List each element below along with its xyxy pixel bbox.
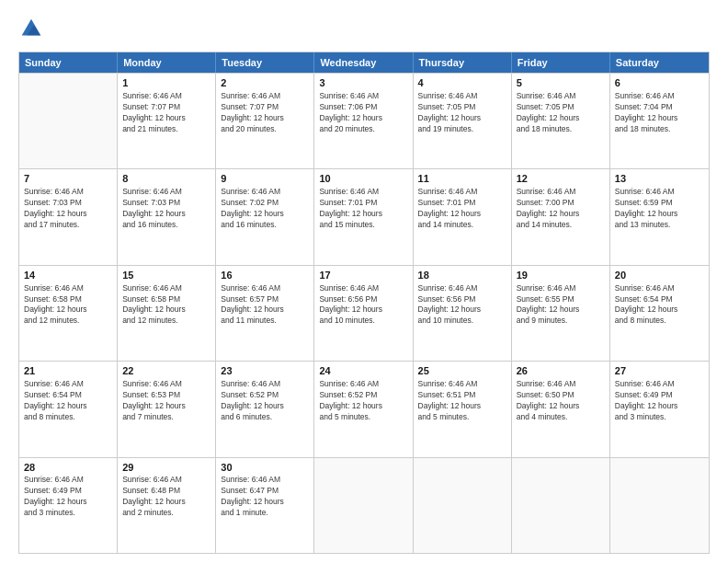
cell-info: Sunrise: 6:46 AM Sunset: 7:07 PM Dayligh… xyxy=(122,91,210,135)
calendar-header: SundayMondayTuesdayWednesdayThursdayFrid… xyxy=(19,52,709,73)
cell-info: Sunrise: 6:46 AM Sunset: 6:56 PM Dayligh… xyxy=(418,283,506,327)
day-number: 27 xyxy=(615,364,704,378)
day-number: 8 xyxy=(122,172,210,186)
weekday-header: Monday xyxy=(118,52,216,73)
calendar-cell: 11Sunrise: 6:46 AM Sunset: 7:01 PM Dayli… xyxy=(414,169,512,264)
day-number: 24 xyxy=(319,364,407,378)
day-number: 21 xyxy=(24,364,112,378)
calendar-cell: 28Sunrise: 6:46 AM Sunset: 6:49 PM Dayli… xyxy=(19,458,118,553)
day-number: 16 xyxy=(221,269,309,282)
day-number: 5 xyxy=(517,76,605,90)
calendar-cell: 25Sunrise: 6:46 AM Sunset: 6:51 PM Dayli… xyxy=(414,362,512,456)
day-number: 20 xyxy=(615,269,704,282)
calendar-cell: 30Sunrise: 6:46 AM Sunset: 6:47 PM Dayli… xyxy=(216,458,314,553)
calendar-cell: 22Sunrise: 6:46 AM Sunset: 6:53 PM Dayli… xyxy=(118,362,216,456)
day-number: 2 xyxy=(221,76,309,90)
day-number: 18 xyxy=(418,269,506,282)
day-number: 17 xyxy=(319,269,407,282)
cell-info: Sunrise: 6:46 AM Sunset: 6:49 PM Dayligh… xyxy=(615,379,704,423)
calendar-row: 14Sunrise: 6:46 AM Sunset: 6:58 PM Dayli… xyxy=(19,265,709,361)
cell-info: Sunrise: 6:46 AM Sunset: 6:48 PM Dayligh… xyxy=(122,475,210,519)
calendar-cell: 23Sunrise: 6:46 AM Sunset: 6:52 PM Dayli… xyxy=(216,362,314,456)
cell-info: Sunrise: 6:46 AM Sunset: 7:03 PM Dayligh… xyxy=(122,187,210,231)
cell-info: Sunrise: 6:46 AM Sunset: 6:49 PM Dayligh… xyxy=(24,475,112,519)
calendar-cell: 3Sunrise: 6:46 AM Sunset: 7:06 PM Daylig… xyxy=(314,74,413,168)
cell-info: Sunrise: 6:46 AM Sunset: 7:06 PM Dayligh… xyxy=(319,91,407,135)
day-number: 15 xyxy=(122,269,210,282)
cell-info: Sunrise: 6:46 AM Sunset: 7:00 PM Dayligh… xyxy=(517,187,605,231)
cell-info: Sunrise: 6:46 AM Sunset: 7:03 PM Dayligh… xyxy=(24,187,112,231)
page: SundayMondayTuesdayWednesdayThursdayFrid… xyxy=(0,0,728,563)
calendar-cell xyxy=(512,458,610,553)
calendar-cell: 9Sunrise: 6:46 AM Sunset: 7:02 PM Daylig… xyxy=(216,169,314,264)
calendar-cell: 13Sunrise: 6:46 AM Sunset: 6:59 PM Dayli… xyxy=(610,169,709,264)
cell-info: Sunrise: 6:46 AM Sunset: 6:51 PM Dayligh… xyxy=(418,379,506,423)
cell-info: Sunrise: 6:46 AM Sunset: 6:59 PM Dayligh… xyxy=(615,187,704,231)
cell-info: Sunrise: 6:46 AM Sunset: 6:54 PM Dayligh… xyxy=(615,283,704,327)
cell-info: Sunrise: 6:46 AM Sunset: 7:01 PM Dayligh… xyxy=(418,187,506,231)
calendar-cell: 27Sunrise: 6:46 AM Sunset: 6:49 PM Dayli… xyxy=(610,362,709,456)
calendar-row: 7Sunrise: 6:46 AM Sunset: 7:03 PM Daylig… xyxy=(19,168,709,264)
logo-icon xyxy=(18,17,44,42)
calendar-cell: 5Sunrise: 6:46 AM Sunset: 7:05 PM Daylig… xyxy=(512,74,610,168)
day-number: 26 xyxy=(517,364,605,378)
weekday-header: Friday xyxy=(512,52,610,73)
calendar-cell xyxy=(19,74,118,168)
calendar-cell: 16Sunrise: 6:46 AM Sunset: 6:57 PM Dayli… xyxy=(216,266,314,361)
calendar-cell: 4Sunrise: 6:46 AM Sunset: 7:05 PM Daylig… xyxy=(414,74,512,168)
day-number: 4 xyxy=(418,76,506,90)
cell-info: Sunrise: 6:46 AM Sunset: 6:56 PM Dayligh… xyxy=(319,283,407,327)
weekday-header: Thursday xyxy=(414,52,512,73)
cell-info: Sunrise: 6:46 AM Sunset: 7:01 PM Dayligh… xyxy=(319,187,407,231)
day-number: 13 xyxy=(615,172,704,186)
day-number: 22 xyxy=(122,364,210,378)
cell-info: Sunrise: 6:46 AM Sunset: 6:50 PM Dayligh… xyxy=(517,379,605,423)
weekday-header: Sunday xyxy=(19,52,118,73)
calendar-cell xyxy=(610,458,709,553)
day-number: 29 xyxy=(122,461,210,475)
calendar-cell: 20Sunrise: 6:46 AM Sunset: 6:54 PM Dayli… xyxy=(610,266,709,361)
cell-info: Sunrise: 6:46 AM Sunset: 6:47 PM Dayligh… xyxy=(221,475,309,519)
calendar-cell: 12Sunrise: 6:46 AM Sunset: 7:00 PM Dayli… xyxy=(512,169,610,264)
calendar-cell: 7Sunrise: 6:46 AM Sunset: 7:03 PM Daylig… xyxy=(19,169,118,264)
calendar-cell xyxy=(314,458,413,553)
calendar-cell: 15Sunrise: 6:46 AM Sunset: 6:58 PM Dayli… xyxy=(118,266,216,361)
header xyxy=(18,17,710,42)
cell-info: Sunrise: 6:46 AM Sunset: 6:52 PM Dayligh… xyxy=(221,379,309,423)
logo xyxy=(18,17,48,42)
day-number: 30 xyxy=(221,461,309,475)
calendar-cell: 26Sunrise: 6:46 AM Sunset: 6:50 PM Dayli… xyxy=(512,362,610,456)
cell-info: Sunrise: 6:46 AM Sunset: 6:58 PM Dayligh… xyxy=(24,283,112,327)
day-number: 12 xyxy=(517,172,605,186)
day-number: 9 xyxy=(221,172,309,186)
day-number: 23 xyxy=(221,364,309,378)
day-number: 6 xyxy=(615,76,704,90)
weekday-header: Saturday xyxy=(610,52,709,73)
cell-info: Sunrise: 6:46 AM Sunset: 7:05 PM Dayligh… xyxy=(517,91,605,135)
cell-info: Sunrise: 6:46 AM Sunset: 7:07 PM Dayligh… xyxy=(221,91,309,135)
cell-info: Sunrise: 6:46 AM Sunset: 6:57 PM Dayligh… xyxy=(221,283,309,327)
day-number: 14 xyxy=(24,269,112,282)
calendar-cell: 8Sunrise: 6:46 AM Sunset: 7:03 PM Daylig… xyxy=(118,169,216,264)
day-number: 19 xyxy=(517,269,605,282)
calendar-cell: 10Sunrise: 6:46 AM Sunset: 7:01 PM Dayli… xyxy=(314,169,413,264)
calendar-cell: 18Sunrise: 6:46 AM Sunset: 6:56 PM Dayli… xyxy=(414,266,512,361)
calendar-row: 1Sunrise: 6:46 AM Sunset: 7:07 PM Daylig… xyxy=(19,73,709,168)
calendar-body: 1Sunrise: 6:46 AM Sunset: 7:07 PM Daylig… xyxy=(19,73,709,553)
cell-info: Sunrise: 6:46 AM Sunset: 7:04 PM Dayligh… xyxy=(615,91,704,135)
weekday-header: Wednesday xyxy=(314,52,413,73)
calendar-cell: 29Sunrise: 6:46 AM Sunset: 6:48 PM Dayli… xyxy=(118,458,216,553)
calendar-cell: 14Sunrise: 6:46 AM Sunset: 6:58 PM Dayli… xyxy=(19,266,118,361)
calendar: SundayMondayTuesdayWednesdayThursdayFrid… xyxy=(18,52,710,554)
cell-info: Sunrise: 6:46 AM Sunset: 7:02 PM Dayligh… xyxy=(221,187,309,231)
cell-info: Sunrise: 6:46 AM Sunset: 7:05 PM Dayligh… xyxy=(418,91,506,135)
calendar-row: 28Sunrise: 6:46 AM Sunset: 6:49 PM Dayli… xyxy=(19,457,709,553)
cell-info: Sunrise: 6:46 AM Sunset: 6:58 PM Dayligh… xyxy=(122,283,210,327)
calendar-cell: 19Sunrise: 6:46 AM Sunset: 6:55 PM Dayli… xyxy=(512,266,610,361)
weekday-header: Tuesday xyxy=(216,52,314,73)
day-number: 25 xyxy=(418,364,506,378)
calendar-cell: 2Sunrise: 6:46 AM Sunset: 7:07 PM Daylig… xyxy=(216,74,314,168)
day-number: 1 xyxy=(122,76,210,90)
cell-info: Sunrise: 6:46 AM Sunset: 6:52 PM Dayligh… xyxy=(319,379,407,423)
day-number: 3 xyxy=(319,76,407,90)
